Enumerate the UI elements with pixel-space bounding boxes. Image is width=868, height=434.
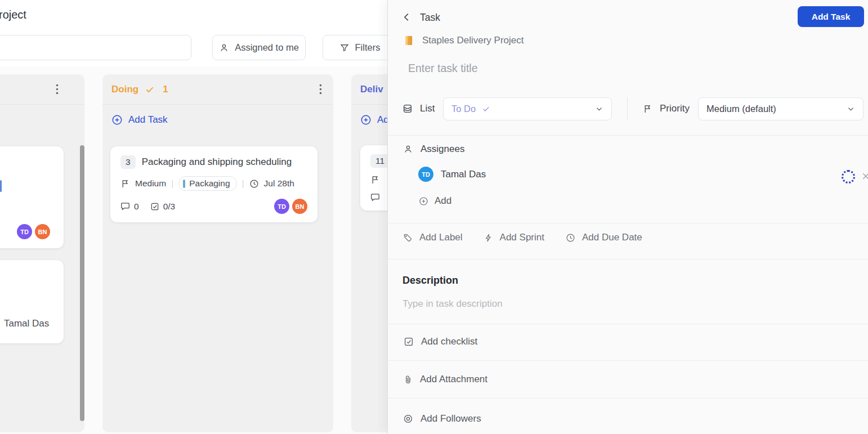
column-doing-count: 1 <box>163 84 168 95</box>
column-left-partial <box>0 74 84 432</box>
separator: | <box>242 178 244 189</box>
flag-icon <box>643 104 652 114</box>
checklist-progress: 0/3 <box>163 202 176 212</box>
section-divider <box>388 398 868 399</box>
task-title: Packaging and shipping scheduling <box>142 156 292 168</box>
column-doing-menu-button[interactable] <box>317 83 324 96</box>
spinner-icon <box>842 170 855 184</box>
add-checklist-label: Add checklist <box>421 336 477 347</box>
assigned-to-me-label: Assigned to me <box>235 42 299 53</box>
section-divider <box>388 223 868 223</box>
quick-actions-row: Add Label Add Sprint Add Due Date <box>403 232 642 243</box>
add-followers-label: Add Followers <box>420 413 481 424</box>
section-divider <box>388 324 868 324</box>
checkbox-icon <box>150 202 159 211</box>
assignees-header: Assignees <box>403 144 464 155</box>
column-scrollbar[interactable] <box>80 145 84 421</box>
task-due-date: Jul 28th <box>264 178 294 189</box>
person-icon <box>219 43 229 53</box>
eye-icon <box>403 414 413 424</box>
card-assignee-name: Tamal Das <box>4 318 49 329</box>
kebab-menu-icon <box>319 84 322 95</box>
chevron-left-icon <box>401 12 412 23</box>
task-id-badge: 3 <box>120 155 136 169</box>
list-select-value: To Do <box>451 104 476 114</box>
avatar: BN <box>292 199 307 214</box>
search-input[interactable] <box>0 35 191 60</box>
task-card-partial-top[interactable]: TD BN <box>0 146 64 248</box>
task-title-input[interactable] <box>408 62 802 75</box>
plus-circle-icon <box>360 114 372 126</box>
assigned-to-me-button[interactable]: Assigned to me <box>212 35 306 60</box>
board-topbar: roject Assigned to me Filters <box>0 0 388 66</box>
avatar: TD <box>418 167 433 182</box>
field-divider <box>627 97 628 120</box>
add-assignee-label: Add <box>435 195 451 207</box>
chevron-down-icon <box>595 105 603 113</box>
task-priority: Medium <box>135 178 166 189</box>
column-left-header <box>0 74 84 105</box>
priority-field-label-group: Priority <box>643 103 690 114</box>
description-heading: Description <box>402 275 458 287</box>
avatar: TD <box>274 199 289 214</box>
filters-button[interactable]: Filters <box>323 35 397 60</box>
check-icon <box>482 105 490 113</box>
column-menu-button[interactable] <box>53 83 61 96</box>
board-title-fragment: roject <box>0 8 26 21</box>
add-task-submit-button[interactable]: Add Task <box>798 6 864 27</box>
assignee-name: Tamal Das <box>441 169 486 180</box>
task-label: Packaging <box>189 178 230 189</box>
close-icon[interactable] <box>861 172 868 181</box>
column-doing-header: Doing 1 <box>102 74 333 105</box>
comment-icon <box>120 202 130 211</box>
funnel-icon <box>339 43 350 53</box>
check-icon <box>145 84 155 95</box>
paperclip-icon <box>404 374 413 384</box>
flag-icon <box>370 175 380 185</box>
add-due-date-button[interactable]: Add Due Date <box>566 232 642 243</box>
add-attachment-button[interactable]: Add Attachment <box>404 374 487 385</box>
add-checklist-button[interactable]: Add checklist <box>404 336 477 347</box>
avatar: TD <box>17 224 32 239</box>
section-divider <box>388 135 868 136</box>
section-divider <box>388 360 868 361</box>
add-due-date-text: Add Due Date <box>582 232 642 243</box>
add-sprint-button[interactable]: Add Sprint <box>484 232 544 243</box>
book-icon <box>404 35 414 46</box>
task-id-badge: 11 <box>370 154 390 168</box>
add-attachment-label: Add Attachment <box>420 374 487 385</box>
add-label-button[interactable]: Add Label <box>403 232 463 243</box>
kebab-menu-icon <box>56 84 59 95</box>
label-accent-fragment <box>0 180 2 192</box>
back-button[interactable] <box>401 12 412 23</box>
add-task-panel: Task Add Task Staples Delivery Project L… <box>387 0 868 434</box>
label-color-bar <box>183 180 185 188</box>
clock-icon <box>249 179 259 189</box>
plus-circle-icon <box>111 114 123 126</box>
add-followers-button[interactable]: Add Followers <box>403 413 481 424</box>
section-divider <box>388 259 868 259</box>
bolt-icon <box>484 233 493 243</box>
add-label-text: Add Label <box>419 232 463 243</box>
filters-label: Filters <box>355 42 381 53</box>
list-field-label: List <box>420 103 435 114</box>
column-doing-name: Doing <box>111 84 138 95</box>
task-card-partial-bottom[interactable]: Tamal Das <box>0 260 64 343</box>
description-input[interactable] <box>402 298 842 310</box>
person-icon <box>403 144 413 154</box>
column-doing: Doing 1 Add Task <box>102 74 333 432</box>
list-select[interactable]: To Do <box>443 97 612 120</box>
priority-select[interactable]: Medium (default) <box>698 97 863 120</box>
panel-title: Task <box>420 12 440 24</box>
flag-icon <box>120 179 130 189</box>
priority-field-label: Priority <box>660 103 690 114</box>
add-task-doing-button[interactable]: Add Task <box>102 105 333 126</box>
add-assignee-button[interactable]: Add <box>419 195 451 207</box>
assignees-label: Assignees <box>420 144 464 155</box>
project-selector[interactable]: Staples Delivery Project <box>404 35 524 46</box>
tag-icon <box>403 233 413 243</box>
list-field-label-group: List <box>402 103 435 114</box>
add-sprint-text: Add Sprint <box>500 232 544 243</box>
list-board-icon <box>402 104 413 114</box>
task-card-packaging[interactable]: 3 Packaging and shipping scheduling Medi… <box>110 146 317 222</box>
